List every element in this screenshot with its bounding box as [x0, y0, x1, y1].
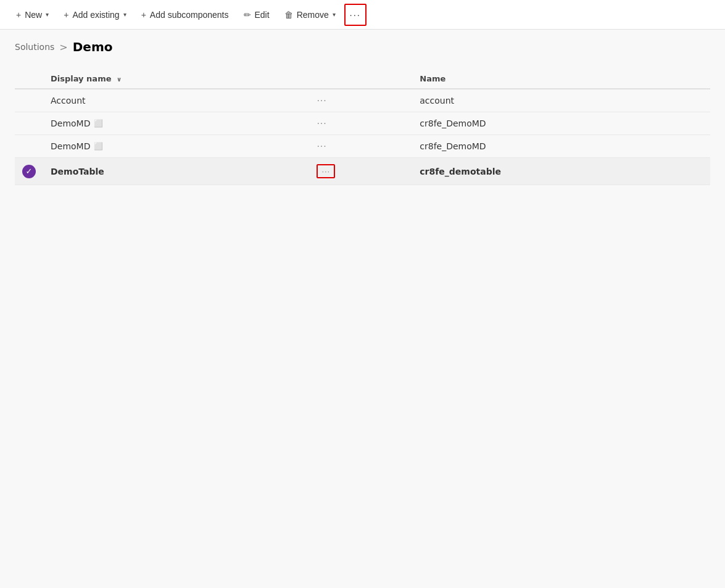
row-options-cell[interactable]: ···: [309, 112, 412, 135]
row-options-button[interactable]: ···: [317, 164, 335, 178]
table-display-name-header[interactable]: Display name ∨: [43, 69, 309, 89]
add-sub-plus-icon: +: [141, 10, 146, 20]
row-dots-icon: ···: [321, 167, 330, 176]
remove-label: Remove: [297, 10, 329, 20]
plus-icon: +: [16, 10, 21, 20]
add-existing-button[interactable]: + Add existing ▾: [57, 6, 132, 23]
table-row[interactable]: DemoMD ⬜ ··· cr8fe_DemoMD: [15, 135, 710, 158]
row-display-name: DemoMD ⬜: [43, 112, 309, 135]
new-label: New: [25, 10, 42, 20]
table-row[interactable]: DemoMD ⬜ ··· cr8fe_DemoMD: [15, 112, 710, 135]
row-check-cell: [15, 112, 43, 135]
row-dots-icon[interactable]: ···: [317, 141, 326, 151]
more-dots-icon: ···: [350, 9, 362, 20]
breadcrumb: Solutions > Demo: [0, 30, 725, 59]
breadcrumb-current: Demo: [73, 39, 113, 54]
row-check-cell: [15, 89, 43, 112]
row-display-name: DemoTable: [43, 158, 309, 185]
remove-chevron-icon: ▾: [333, 11, 336, 18]
add-subcomponents-button[interactable]: + Add subcomponents: [135, 6, 235, 23]
edit-pencil-icon: ✏: [244, 10, 251, 20]
solutions-table: Display name ∨ Name Account ··· account: [15, 69, 710, 185]
external-link-icon: ⬜: [94, 142, 103, 151]
add-existing-plus-icon: +: [64, 10, 68, 20]
table-check-col: [15, 69, 43, 89]
row-selected-check: ✓: [22, 165, 36, 178]
row-dots-icon[interactable]: ···: [317, 96, 326, 106]
new-button[interactable]: + New ▾: [10, 6, 55, 23]
table-row[interactable]: Account ··· account: [15, 89, 710, 112]
external-link-icon: ⬜: [94, 119, 103, 128]
edit-label: Edit: [255, 10, 270, 20]
main-content: Display name ∨ Name Account ··· account: [0, 59, 725, 195]
sort-icon: ∨: [117, 76, 122, 83]
row-name: account: [412, 89, 710, 112]
add-existing-label: Add existing: [72, 10, 119, 20]
table-header-row: Display name ∨ Name: [15, 69, 710, 89]
add-existing-chevron-icon: ▾: [123, 11, 126, 18]
row-name: cr8fe_DemoMD: [412, 112, 710, 135]
row-dots-icon[interactable]: ···: [317, 118, 326, 128]
row-display-name: Account: [43, 89, 309, 112]
more-button[interactable]: ···: [344, 4, 367, 26]
remove-trash-icon: 🗑: [284, 10, 293, 20]
row-check-cell: ✓: [15, 158, 43, 185]
remove-button[interactable]: 🗑 Remove ▾: [278, 6, 342, 23]
breadcrumb-solutions-link[interactable]: Solutions: [15, 42, 54, 52]
new-chevron-icon: ▾: [46, 11, 49, 18]
row-options-cell[interactable]: ···: [309, 89, 412, 112]
table-name-header[interactable]: Name: [412, 69, 710, 89]
table-row-selected[interactable]: ✓ DemoTable ··· cr8fe_demotable: [15, 158, 710, 185]
row-options-cell[interactable]: ···: [309, 158, 412, 185]
row-name: cr8fe_DemoMD: [412, 135, 710, 158]
row-check-cell: [15, 135, 43, 158]
row-name: cr8fe_demotable: [412, 158, 710, 185]
table-options-col: [309, 69, 412, 89]
row-options-cell[interactable]: ···: [309, 135, 412, 158]
breadcrumb-separator: >: [59, 41, 67, 53]
add-subcomponents-label: Add subcomponents: [150, 10, 229, 20]
toolbar: + New ▾ + Add existing ▾ + Add subcompon…: [0, 0, 725, 30]
edit-button[interactable]: ✏ Edit: [238, 6, 276, 23]
row-display-name: DemoMD ⬜: [43, 135, 309, 158]
